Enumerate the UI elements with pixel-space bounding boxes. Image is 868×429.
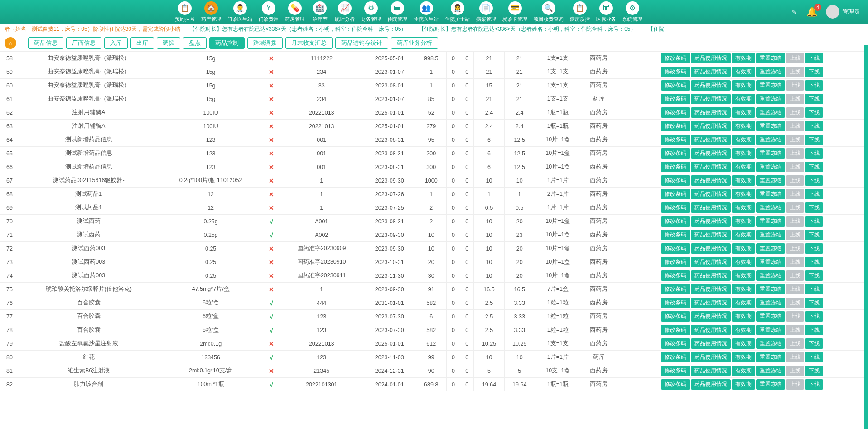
btn-usage[interactable]: 药品使用情况 xyxy=(691,189,731,199)
btn-expiry[interactable]: 有效期 xyxy=(732,298,755,308)
btn-edit-barcode[interactable]: 修改条码 xyxy=(661,216,690,227)
btn-expiry[interactable]: 有效期 xyxy=(732,257,755,267)
btn-usage[interactable]: 药品使用情况 xyxy=(691,135,731,145)
btn-offline[interactable]: 下线 xyxy=(805,175,823,186)
btn-offline[interactable]: 下线 xyxy=(805,53,823,63)
btn-online[interactable]: 上线 xyxy=(786,121,804,131)
nav-门诊医生站[interactable]: 👨‍⚕️门诊医生站 xyxy=(225,0,255,24)
tab-出库[interactable]: 出库 xyxy=(130,37,154,49)
scrollbar[interactable] xyxy=(864,45,868,429)
btn-reset-freeze[interactable]: 重置冻结 xyxy=(756,94,785,104)
tab-跨域调拨[interactable]: 跨域调拨 xyxy=(247,37,283,49)
btn-expiry[interactable]: 有效期 xyxy=(732,338,755,349)
nav-医保业务[interactable]: 🏛医保业务 xyxy=(593,0,619,24)
btn-reset-freeze[interactable]: 重置冻结 xyxy=(756,298,785,308)
btn-online[interactable]: 上线 xyxy=(786,298,804,308)
btn-usage[interactable]: 药品使用情况 xyxy=(691,270,731,281)
btn-reset-freeze[interactable]: 重置冻结 xyxy=(756,230,785,240)
btn-expiry[interactable]: 有效期 xyxy=(732,352,755,362)
btn-online[interactable]: 上线 xyxy=(786,94,804,104)
btn-offline[interactable]: 下线 xyxy=(805,243,823,254)
btn-expiry[interactable]: 有效期 xyxy=(732,67,755,77)
btn-edit-barcode[interactable]: 修改条码 xyxy=(661,80,690,91)
btn-usage[interactable]: 药品使用情况 xyxy=(691,53,731,63)
nav-住院医生站[interactable]: 👥住院医生站 xyxy=(411,0,441,24)
table-wrap[interactable]: 58曲安奈德益康唑乳膏（派瑞松）15g✕11112222025-05-01998… xyxy=(0,51,868,429)
btn-reset-freeze[interactable]: 重置冻结 xyxy=(756,107,785,118)
tab-药品信息[interactable]: 药品信息 xyxy=(28,37,63,49)
btn-expiry[interactable]: 有效期 xyxy=(732,325,755,335)
btn-online[interactable]: 上线 xyxy=(786,352,804,362)
btn-edit-barcode[interactable]: 修改条码 xyxy=(661,202,690,213)
btn-reset-freeze[interactable]: 重置冻结 xyxy=(756,284,785,294)
btn-usage[interactable]: 药品使用情况 xyxy=(691,148,731,159)
btn-reset-freeze[interactable]: 重置冻结 xyxy=(756,67,785,77)
btn-online[interactable]: 上线 xyxy=(786,270,804,281)
tab-月末收支汇总[interactable]: 月末收支汇总 xyxy=(285,37,333,49)
btn-reset-freeze[interactable]: 重置冻结 xyxy=(756,311,785,322)
btn-expiry[interactable]: 有效期 xyxy=(732,284,755,294)
btn-online[interactable]: 上线 xyxy=(786,338,804,349)
btn-reset-freeze[interactable]: 重置冻结 xyxy=(756,243,785,254)
btn-reset-freeze[interactable]: 重置冻结 xyxy=(756,175,785,186)
btn-offline[interactable]: 下线 xyxy=(805,311,823,322)
btn-online[interactable]: 上线 xyxy=(786,148,804,159)
nav-病案管理[interactable]: 📄病案管理 xyxy=(473,0,499,24)
btn-expiry[interactable]: 有效期 xyxy=(732,379,755,390)
btn-offline[interactable]: 下线 xyxy=(805,189,823,199)
btn-expiry[interactable]: 有效期 xyxy=(732,270,755,281)
btn-edit-barcode[interactable]: 修改条码 xyxy=(661,175,690,186)
btn-reset-freeze[interactable]: 重置冻结 xyxy=(756,162,785,172)
btn-online[interactable]: 上线 xyxy=(786,366,804,376)
btn-expiry[interactable]: 有效期 xyxy=(732,175,755,186)
btn-usage[interactable]: 药品使用情况 xyxy=(691,257,731,267)
btn-usage[interactable]: 药品使用情况 xyxy=(691,338,731,349)
btn-offline[interactable]: 下线 xyxy=(805,298,823,308)
btn-usage[interactable]: 药品使用情况 xyxy=(691,175,731,186)
btn-edit-barcode[interactable]: 修改条码 xyxy=(661,366,690,376)
btn-reset-freeze[interactable]: 重置冻结 xyxy=(756,338,785,349)
btn-online[interactable]: 上线 xyxy=(786,325,804,335)
btn-usage[interactable]: 药品使用情况 xyxy=(691,325,731,335)
btn-offline[interactable]: 下线 xyxy=(805,94,823,104)
btn-expiry[interactable]: 有效期 xyxy=(732,80,755,91)
btn-usage[interactable]: 药品使用情况 xyxy=(691,230,731,240)
btn-offline[interactable]: 下线 xyxy=(805,148,823,159)
btn-offline[interactable]: 下线 xyxy=(805,230,823,240)
btn-edit-barcode[interactable]: 修改条码 xyxy=(661,311,690,322)
btn-offline[interactable]: 下线 xyxy=(805,366,823,376)
btn-expiry[interactable]: 有效期 xyxy=(732,121,755,131)
btn-edit-barcode[interactable]: 修改条码 xyxy=(661,298,690,308)
nav-药库管理[interactable]: 🏠药库管理 xyxy=(198,0,224,24)
nav-项目收费查询[interactable]: 🔍项目收费查询 xyxy=(531,0,566,24)
btn-online[interactable]: 上线 xyxy=(786,107,804,118)
tab-药品进销存统计[interactable]: 药品进销存统计 xyxy=(335,37,388,49)
btn-usage[interactable]: 药品使用情况 xyxy=(691,311,731,322)
btn-reset-freeze[interactable]: 重置冻结 xyxy=(756,325,785,335)
btn-usage[interactable]: 药品使用情况 xyxy=(691,94,731,104)
nav-就诊卡管理[interactable]: 💳就诊卡管理 xyxy=(500,0,530,24)
btn-usage[interactable]: 药品使用情况 xyxy=(691,107,731,118)
home-icon[interactable]: ⌂ xyxy=(5,37,16,49)
btn-edit-barcode[interactable]: 修改条码 xyxy=(661,325,690,335)
avatar[interactable] xyxy=(826,5,839,19)
btn-reset-freeze[interactable]: 重置冻结 xyxy=(756,202,785,213)
tab-盘点[interactable]: 盘点 xyxy=(183,37,207,49)
tab-入库[interactable]: 入库 xyxy=(104,37,128,49)
nav-系统管理[interactable]: ⚙系统管理 xyxy=(620,0,645,24)
btn-offline[interactable]: 下线 xyxy=(805,121,823,131)
btn-offline[interactable]: 下线 xyxy=(805,284,823,294)
btn-offline[interactable]: 下线 xyxy=(805,325,823,335)
btn-edit-barcode[interactable]: 修改条码 xyxy=(661,379,690,390)
btn-edit-barcode[interactable]: 修改条码 xyxy=(661,135,690,145)
btn-reset-freeze[interactable]: 重置冻结 xyxy=(756,53,785,63)
btn-online[interactable]: 上线 xyxy=(786,379,804,390)
btn-usage[interactable]: 药品使用情况 xyxy=(691,162,731,172)
nav-住院管理[interactable]: 🛏住院管理 xyxy=(385,0,410,24)
btn-usage[interactable]: 药品使用情况 xyxy=(691,284,731,294)
notification-icon[interactable]: 🔔4 xyxy=(806,6,818,17)
btn-usage[interactable]: 药品使用情况 xyxy=(691,243,731,254)
btn-usage[interactable]: 药品使用情况 xyxy=(691,121,731,131)
btn-online[interactable]: 上线 xyxy=(786,311,804,322)
btn-edit-barcode[interactable]: 修改条码 xyxy=(661,338,690,349)
